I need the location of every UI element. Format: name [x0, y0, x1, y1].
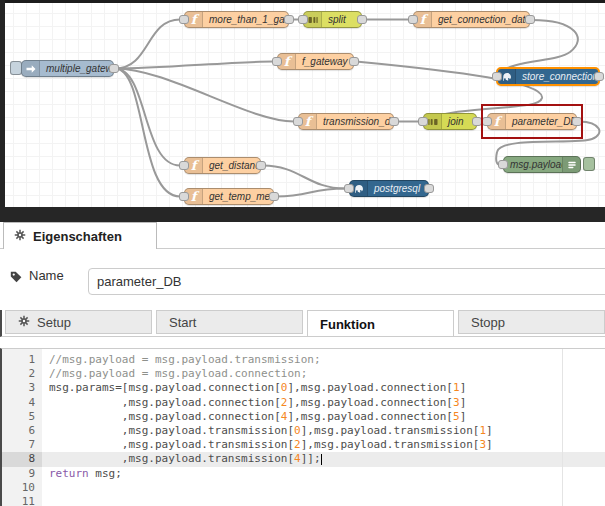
function-editor-tabs: SetupStartFunktionStopp	[0, 310, 605, 337]
input-port[interactable]	[272, 57, 282, 66]
name-input[interactable]	[88, 268, 605, 295]
wire-multiple_gateways-to-more_than_1_gatew[interactable]	[115, 20, 180, 69]
tab-funktion[interactable]: Funktion	[307, 310, 454, 337]
tab-start[interactable]: Start	[156, 310, 303, 334]
line-number: 6	[2, 424, 42, 438]
code-line-8: 8 ,msg.payload.transmission[4]];	[2, 452, 605, 466]
code-line-11: 11	[2, 495, 605, 506]
code-text	[42, 481, 605, 495]
tab-label: Funktion	[320, 317, 375, 332]
node-label: split	[322, 12, 361, 27]
node-get_temp_meas[interactable]: fget_temp_meas	[184, 188, 274, 205]
output-port[interactable]	[284, 15, 294, 24]
code-text	[42, 495, 605, 506]
wire-get_distance-to-postgresql[interactable]	[263, 166, 345, 189]
code-line-5: 5 ,msg.payload.connection[4],msg.payload…	[2, 410, 605, 424]
node-label: transmission_data	[317, 114, 393, 129]
line-number: 1	[2, 353, 42, 367]
node-label: join	[442, 114, 476, 129]
panel-separator-bar	[0, 207, 605, 222]
properties-header: Eigenschaften	[0, 222, 605, 249]
wire-multiple_gateways-to-transmission_data[interactable]	[115, 69, 294, 122]
line-number: 5	[2, 410, 42, 424]
node-get_connection_data_db[interactable]: fget_connection_data_db	[413, 11, 530, 28]
output-port[interactable]	[357, 15, 367, 24]
wire-multiple_gateways-to-f_gateway[interactable]	[115, 62, 273, 69]
node-label: msg.payload	[504, 157, 562, 172]
input-port[interactable]	[492, 72, 502, 81]
node-postgresql[interactable]: postgresql	[349, 180, 429, 197]
gear-icon	[14, 229, 26, 244]
tab-stopp[interactable]: Stopp	[458, 310, 605, 334]
tab-label: Setup	[37, 315, 71, 330]
line-number: 11	[2, 495, 42, 506]
code-text: ,msg.payload.connection[4],msg.payload.c…	[42, 410, 605, 424]
line-number: 10	[2, 481, 42, 495]
canvas-top-edge	[0, 0, 605, 3]
code-text: ,msg.payload.transmission[4]];	[42, 452, 605, 466]
node-more_than_1_gatew[interactable]: fmore_than_1_gatew	[184, 11, 289, 28]
node-label: get_temp_meas	[203, 189, 273, 204]
input-port[interactable]	[179, 15, 189, 24]
input-port[interactable]	[298, 15, 308, 24]
node-join[interactable]: join	[423, 113, 477, 130]
output-port[interactable]	[424, 184, 434, 193]
text-caret	[321, 454, 322, 465]
node-multiple_gateways[interactable]: multiple_gateways	[21, 60, 114, 77]
tab-setup[interactable]: Setup	[5, 310, 152, 334]
code-text: ,msg.payload.transmission[0],msg.payload…	[42, 424, 605, 438]
node-msg-payload[interactable]: msg.payload	[503, 156, 581, 173]
node-transmission_data[interactable]: ftransmission_data	[298, 113, 394, 130]
line-number: 7	[2, 438, 42, 452]
input-port[interactable]	[498, 160, 508, 169]
wire-multiple_gateways-to-get_temp_meas[interactable]	[115, 69, 180, 197]
line-number: 8	[2, 452, 42, 466]
node-label: get_connection_data_db	[432, 12, 529, 27]
code-line-6: 6 ,msg.payload.transmission[0],msg.paylo…	[2, 424, 605, 438]
highlight-annotation-rect	[481, 104, 583, 139]
line-number: 3	[2, 381, 42, 395]
output-port[interactable]	[525, 15, 535, 24]
code-text: ,msg.payload.transmission[2],msg.payload…	[42, 438, 605, 452]
output-port[interactable]	[256, 161, 266, 170]
code-text: //msg.payload = msg.payload.connection;	[42, 367, 605, 381]
input-port[interactable]	[179, 192, 189, 201]
node-store_connection_data[interactable]: store_connection_data	[496, 67, 600, 86]
inject-arrow-icon	[22, 61, 40, 76]
line-number: 4	[2, 396, 42, 410]
code-line-3: 3msg.params=[msg.payload.connection[0],m…	[2, 381, 605, 395]
node-get_distance[interactable]: fget_distance	[184, 157, 261, 174]
output-port[interactable]	[109, 64, 119, 73]
node-split[interactable]: split	[303, 11, 362, 28]
code-line-7: 7 ,msg.payload.transmission[2],msg.paylo…	[2, 438, 605, 452]
wire-get_temp_meas-to-postgresql[interactable]	[276, 189, 345, 197]
node-label: f_gateway	[296, 54, 353, 69]
line-number: 2	[2, 367, 42, 381]
debug-list-icon	[562, 157, 580, 172]
node-f_gateway[interactable]: ff_gateway	[277, 53, 354, 70]
input-port[interactable]	[179, 161, 189, 170]
debug-button[interactable]	[583, 157, 595, 171]
gear-icon	[18, 315, 30, 330]
tab-eigenschaften[interactable]: Eigenschaften	[3, 222, 157, 249]
output-port[interactable]	[389, 117, 399, 126]
input-port[interactable]	[344, 184, 354, 193]
output-port[interactable]	[594, 72, 604, 81]
flow-canvas[interactable]: multiple_gatewaysfmore_than_1_gatewsplit…	[0, 0, 605, 207]
code-text: //msg.payload = msg.payload.transmission…	[42, 353, 605, 367]
node-label: more_than_1_gatew	[203, 12, 288, 27]
output-port[interactable]	[349, 57, 359, 66]
line-number: 9	[2, 467, 42, 481]
input-port[interactable]	[293, 117, 303, 126]
code-editor[interactable]: 1//msg.payload = msg.payload.transmissio…	[0, 348, 605, 506]
input-port[interactable]	[408, 15, 418, 24]
name-field-label: Name	[29, 268, 87, 283]
output-port[interactable]	[269, 192, 279, 201]
node-label: get_distance	[203, 158, 260, 173]
input-port[interactable]	[418, 117, 428, 126]
tab-label: Stopp	[471, 315, 505, 330]
code-line-2: 2//msg.payload = msg.payload.connection;	[2, 367, 605, 381]
properties-tab-label: Eigenschaften	[33, 229, 122, 244]
code-text: ,msg.payload.connection[2],msg.payload.c…	[42, 396, 605, 410]
tag-icon	[10, 269, 23, 282]
